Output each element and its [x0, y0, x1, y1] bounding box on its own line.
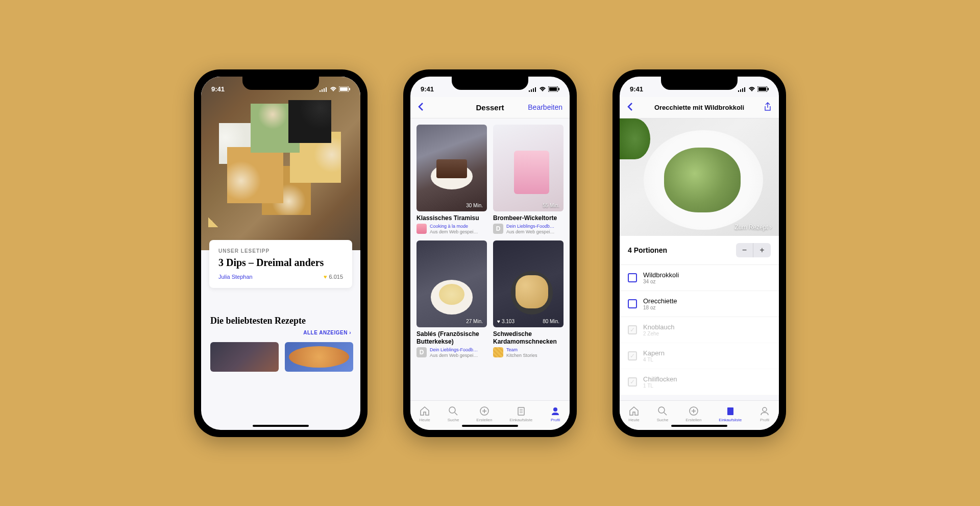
tab-heute[interactable]: Heute	[628, 405, 640, 422]
popular-recipe-2[interactable]	[285, 342, 353, 372]
tab-einkaufsliste[interactable]: Einkaufsliste	[719, 405, 742, 422]
decrease-button[interactable]: −	[736, 243, 753, 257]
share-button[interactable]	[756, 102, 772, 113]
status-icons	[529, 86, 559, 92]
status-icons	[738, 86, 769, 92]
popular-recipes-row[interactable]	[210, 342, 353, 372]
popular-recipe-1[interactable]	[210, 342, 279, 372]
tab-erstellen[interactable]: Erstellen	[476, 405, 492, 422]
recipe-card-sables[interactable]: 27 Min. Sablés (Französische Butterkekse…	[416, 240, 487, 358]
checkbox-checked-icon[interactable]	[628, 377, 637, 387]
edit-button[interactable]: Bearbeiten	[522, 103, 562, 111]
svg-rect-20	[535, 87, 536, 92]
checkbox-icon[interactable]	[628, 273, 637, 282]
home-indicator[interactable]	[462, 425, 518, 427]
home-icon	[419, 405, 430, 417]
back-button[interactable]	[418, 102, 458, 113]
tab-suche[interactable]: Suche	[657, 405, 669, 422]
profile-icon	[759, 405, 770, 417]
wifi-icon	[330, 87, 337, 92]
section-title: Die beliebtesten Rezepte	[210, 316, 306, 326]
svg-rect-19	[533, 88, 534, 92]
tab-erstellen[interactable]: Erstellen	[685, 405, 701, 422]
dessert-grid-content[interactable]: 30 Min. Klassisches Tiramisu Cooking à l…	[410, 118, 570, 400]
tab-einkaufsliste[interactable]: Einkaufsliste	[509, 405, 532, 422]
battery-icon	[548, 86, 559, 92]
checkbox-checked-icon[interactable]	[628, 325, 637, 334]
increase-button[interactable]: +	[753, 243, 771, 257]
checkbox-icon[interactable]	[628, 299, 637, 308]
list-icon	[725, 405, 736, 417]
recipe-title: Brombeer-Wickeltorte	[493, 214, 564, 222]
portions-label: 4 Portionen	[628, 246, 667, 254]
svg-rect-0	[320, 90, 321, 92]
nav-title: Orecchiette mit Wildbrokkoli	[642, 104, 756, 111]
nav-title: Dessert	[458, 103, 522, 112]
notch	[452, 77, 528, 90]
svg-point-41	[658, 407, 665, 413]
show-all-link[interactable]: ALLE ANZEIGEN ›	[303, 330, 351, 335]
heart-icon: ♥	[324, 274, 327, 280]
card-author[interactable]: Julia Stephan	[218, 274, 253, 280]
ingredient-name: Wildbrokkoli	[643, 271, 679, 279]
ingredient-item[interactable]: Kapern4 TL	[620, 343, 779, 369]
svg-point-47	[763, 407, 767, 412]
nav-bar: Orecchiette mit Wildbrokkoli	[620, 97, 779, 118]
ingredient-item[interactable]: Knoblauch2 Zehe	[620, 317, 779, 343]
status-time: 9:41	[630, 85, 643, 93]
wifi-icon	[539, 87, 546, 92]
phone-2: 9:41 Dessert Bearbeiten 30 Min. Klassisc…	[403, 69, 577, 437]
search-icon	[448, 405, 459, 417]
svg-rect-37	[744, 87, 745, 92]
to-recipe-link[interactable]: Zum Rezept ›	[734, 224, 772, 231]
search-icon	[657, 405, 668, 417]
recipe-hero-image[interactable]: Zum Rezept ›	[620, 118, 779, 236]
tab-heute[interactable]: Heute	[419, 405, 430, 422]
svg-rect-46	[727, 407, 733, 415]
svg-rect-17	[529, 90, 530, 92]
checkbox-checked-icon[interactable]	[628, 351, 637, 360]
svg-rect-22	[549, 87, 557, 91]
recipe-card-wickeltorte[interactable]: 55 Min. Brombeer-Wickeltorte DDein Liebl…	[493, 125, 564, 235]
recipe-subtitle: Aus dem Web gespei…	[430, 353, 478, 358]
lesetipp-card[interactable]: UNSER LESETIPP 3 Dips – Dreimal anders J…	[209, 240, 352, 288]
ingredient-amount: 2 Zehe	[643, 331, 674, 336]
ingredient-item[interactable]: Wildbrokkoli34 oz	[620, 265, 779, 291]
hero-image[interactable]	[201, 77, 360, 250]
recipe-image: ♥3.103 80 Min.	[493, 240, 564, 327]
battery-icon	[339, 86, 350, 92]
source-icon: D	[416, 347, 427, 357]
back-button[interactable]	[627, 102, 642, 113]
notch	[661, 77, 738, 90]
svg-rect-39	[758, 87, 766, 91]
signal-icon	[320, 87, 328, 92]
ingredient-item[interactable]: Chiliflocken1 TL	[620, 369, 779, 395]
list-icon	[516, 405, 527, 417]
signal-icon	[529, 87, 537, 92]
heart-icon: ♥	[497, 319, 500, 324]
recipe-title: Klassisches Tiramisu	[416, 214, 487, 222]
tab-profil[interactable]: Profil	[550, 405, 561, 422]
portions-stepper: − +	[736, 243, 771, 257]
home-indicator[interactable]	[253, 425, 309, 427]
recipe-source: Dein Lieblings-Foodb…	[430, 347, 478, 353]
card-likes: ♥ 6.015	[324, 274, 343, 280]
notch	[242, 77, 319, 90]
svg-rect-18	[531, 89, 532, 92]
ingredient-item[interactable]: Orecchiette18 oz	[620, 291, 779, 317]
recipe-detail-content[interactable]: Zum Rezept › 4 Portionen − + Wildbrokkol…	[620, 118, 779, 400]
recipe-image: 27 Min.	[416, 240, 487, 327]
phone-3: 9:41 Orecchiette mit Wildbrokkoli Zum Re…	[612, 69, 786, 437]
home-content[interactable]: UNSER LESETIPP 3 Dips – Dreimal anders J…	[201, 77, 360, 430]
ingredient-name: Orecchiette	[643, 297, 677, 305]
nav-bar: Dessert Bearbeiten	[410, 97, 570, 118]
svg-point-24	[449, 407, 455, 413]
recipe-card-tiramisu[interactable]: 30 Min. Klassisches Tiramisu Cooking à l…	[416, 125, 487, 235]
tab-suche[interactable]: Suche	[448, 405, 459, 422]
battery-icon	[757, 86, 769, 92]
tab-profil[interactable]: Profil	[759, 405, 770, 422]
card-title: 3 Dips – Dreimal anders	[218, 257, 343, 269]
home-indicator[interactable]	[671, 425, 727, 427]
recipe-card-kardamom[interactable]: ♥3.103 80 Min. Schwedische Kardamomschne…	[493, 240, 564, 358]
status-icons	[320, 86, 350, 92]
